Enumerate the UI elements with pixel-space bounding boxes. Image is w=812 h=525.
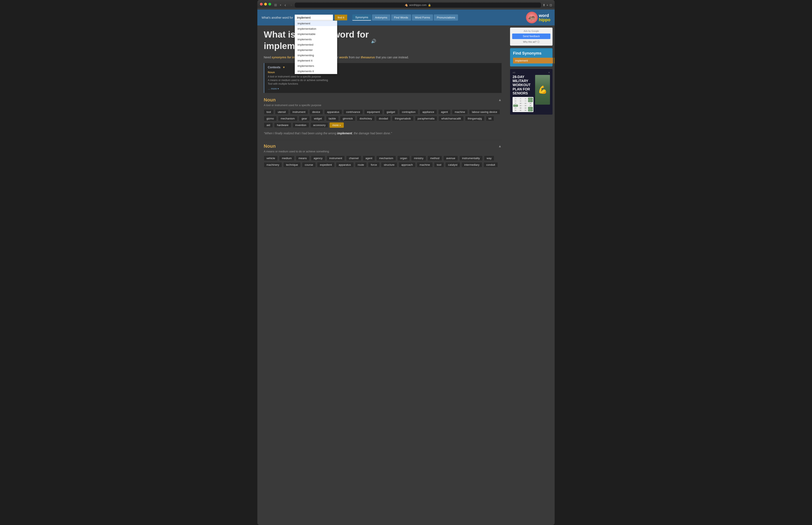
section-collapse-1[interactable]: ▲ (498, 98, 502, 102)
tab-synonyms[interactable]: Synonyms (352, 14, 371, 20)
tab-find-words[interactable]: Find Words (391, 14, 411, 20)
contexts-more[interactable]: … more ▾ (268, 87, 279, 90)
ad-x-icon[interactable]: ✕ (548, 72, 550, 74)
ad-why[interactable]: Why this ad? ⓘ (512, 40, 550, 44)
chip-gimmick[interactable]: gimmick (340, 116, 356, 121)
new-tab-icon[interactable]: + (547, 3, 548, 7)
window-icon[interactable]: ⊡ (549, 3, 552, 7)
autocomplete-item[interactable]: implements (295, 37, 337, 42)
autocomplete-item[interactable]: implements it (295, 69, 337, 74)
chip-approach[interactable]: approach (399, 162, 416, 167)
chip-mechanism-2[interactable]: mechanism (376, 155, 396, 161)
chip-thingamajig[interactable]: thingamajig (465, 116, 485, 121)
autocomplete-item[interactable]: implementing (295, 52, 337, 58)
chip-gizmo[interactable]: gizmo (264, 116, 277, 121)
chip-force[interactable]: force (368, 162, 380, 167)
chip-tackle[interactable]: tackle (326, 116, 339, 121)
chip-technique[interactable]: technique (283, 162, 301, 167)
chip-ministry[interactable]: ministry (411, 155, 426, 161)
chip-channel[interactable]: channel (346, 155, 361, 161)
address-bar[interactable]: 🐴 wordhippo.com 🔒 (295, 2, 541, 7)
contexts-arrow[interactable]: ▾ (283, 65, 284, 69)
chip-route[interactable]: route (355, 162, 367, 167)
chip-tool[interactable]: tool (264, 109, 274, 115)
autocomplete-item[interactable]: implementers (295, 63, 337, 69)
chip-utensil[interactable]: utensil (275, 109, 289, 115)
chip-appliance[interactable]: appliance (419, 109, 437, 115)
sidebar-toggle-icon[interactable]: ⊞ (273, 2, 278, 7)
chip-catalyst[interactable]: catalyst (445, 162, 460, 167)
chip-intermediary[interactable]: intermediary (461, 162, 482, 167)
chip-agent[interactable]: agent (438, 109, 451, 115)
chip-instrument-2[interactable]: instrument (327, 155, 345, 161)
autocomplete-item[interactable]: implemented (295, 42, 337, 47)
chip-vehicle[interactable]: vehicle (264, 155, 278, 161)
back-button[interactable]: ‹ (283, 2, 288, 8)
chip-contraption[interactable]: contraption (399, 109, 418, 115)
chip-doohickey[interactable]: doohickey (357, 116, 375, 121)
share-icon[interactable]: ⬆ (543, 3, 545, 7)
chip-widget[interactable]: widget (311, 116, 325, 121)
grid-cell: 1 (513, 97, 518, 100)
chip-tool-2[interactable]: tool (434, 162, 444, 167)
speaker-icon[interactable]: 🔊 (371, 39, 376, 44)
chip-labour-saving-device[interactable]: labour-saving device (469, 109, 500, 115)
chip-apparatus-2[interactable]: apparatus (336, 162, 354, 167)
chip-kit[interactable]: kit (486, 116, 494, 121)
chip-accessory[interactable]: accessory (310, 122, 328, 128)
chip-conduit[interactable]: conduit (484, 162, 498, 167)
chip-organ[interactable]: organ (397, 155, 410, 161)
find-syn-input[interactable] (513, 58, 553, 63)
chip-avenue[interactable]: avenue (443, 155, 458, 161)
chip-expedient[interactable]: expedient (317, 162, 335, 167)
dropdown-arrow-icon[interactable]: ▾ (280, 4, 281, 6)
chip-way[interactable]: way (484, 155, 494, 161)
chip-machinery[interactable]: machinery (264, 162, 282, 167)
chip-mechanism[interactable]: mechanism (278, 116, 297, 121)
chip-doodad[interactable]: doodad (376, 116, 391, 121)
chip-instrument[interactable]: instrument (290, 109, 308, 115)
tab-pronunciations[interactable]: Pronunciations (434, 14, 458, 20)
search-input[interactable] (295, 15, 333, 20)
chip-gadget[interactable]: gadget (384, 109, 398, 115)
chip-machine-2[interactable]: machine (417, 162, 433, 167)
chip-equipment[interactable]: equipment (364, 109, 383, 115)
autocomplete-item[interactable]: implementation (295, 26, 337, 31)
tab-antonyms[interactable]: Antonyms (372, 14, 390, 20)
chip-whatchamacallit[interactable]: whatchamacallit (439, 116, 464, 121)
chip-structure[interactable]: structure (381, 162, 397, 167)
close-button[interactable] (260, 3, 263, 5)
fullscreen-button[interactable] (268, 3, 271, 5)
tab-word-forms[interactable]: Word Forms (412, 14, 433, 20)
chip-course[interactable]: course (302, 162, 316, 167)
chip-contrivance[interactable]: contrivance (343, 109, 363, 115)
chip-invention[interactable]: invention (293, 122, 309, 128)
chip-device[interactable]: device (309, 109, 323, 115)
chip-apparatus[interactable]: apparatus (324, 109, 342, 115)
chip-gear[interactable]: gear (299, 116, 310, 121)
find-syn-go-button[interactable]: go (554, 58, 555, 63)
section-collapse-2[interactable]: ▲ (498, 144, 502, 148)
grid-cell: 18 (518, 107, 523, 109)
logo-word: word (539, 13, 550, 18)
chip-agency[interactable]: agency (311, 155, 325, 161)
autocomplete-item[interactable]: implement (295, 21, 337, 26)
chip-medium[interactable]: medium (279, 155, 294, 161)
chip-thingamabob[interactable]: thingamabob (392, 116, 413, 121)
chip-agent-2[interactable]: agent (363, 155, 375, 161)
chip-hardware[interactable]: hardware (274, 122, 291, 128)
chip-method[interactable]: method (427, 155, 442, 161)
chip-aid[interactable]: aid (264, 122, 273, 128)
chip-paraphernalia[interactable]: paraphernalia (415, 116, 438, 121)
chip-more-1[interactable]: more » (329, 122, 343, 128)
find-it-button[interactable]: find it (335, 15, 347, 20)
minimize-button[interactable] (264, 3, 267, 5)
chip-means[interactable]: means (296, 155, 310, 161)
ad-feedback-button[interactable]: Send feedback (512, 33, 550, 39)
chip-instrumentality[interactable]: instrumentality (459, 155, 483, 161)
autocomplete-item[interactable]: implementable (295, 31, 337, 37)
autocomplete-item[interactable]: implement it (295, 58, 337, 63)
chip-machine[interactable]: machine (452, 109, 468, 115)
autocomplete-item[interactable]: implementer (295, 47, 337, 52)
contexts-item-2: A means or medium used to do or achieve … (268, 79, 498, 82)
